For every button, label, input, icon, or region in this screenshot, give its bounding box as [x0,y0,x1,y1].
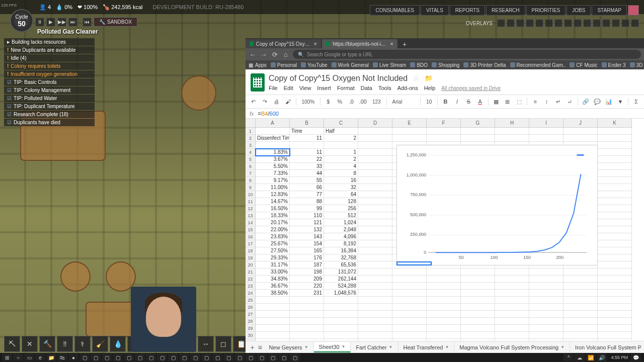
overlay-auto-icon[interactable] [612,19,620,27]
row-header[interactable]: 24 [246,290,256,297]
cell[interactable] [461,325,495,332]
cell[interactable] [564,290,598,297]
cell[interactable] [564,276,598,283]
cell[interactable]: Time [290,128,324,135]
comment-button[interactable]: 💬 [594,97,601,106]
cell[interactable] [461,311,495,318]
app-icon[interactable]: ▢ [257,353,267,361]
chevron-down-icon[interactable]: ▼ [342,344,346,349]
bookmark[interactable]: Live Stream [373,62,406,68]
cell[interactable] [564,325,598,332]
cell[interactable] [495,304,529,311]
cell[interactable] [598,276,632,283]
rotate-button[interactable]: ⤾ [566,97,574,106]
cell[interactable] [290,142,324,149]
cell[interactable] [461,135,495,142]
cell[interactable] [427,276,461,283]
cell[interactable] [358,290,392,297]
overlay-farm-icon[interactable] [583,19,591,27]
row-header[interactable]: 8 [246,177,256,184]
cell[interactable] [358,163,392,170]
chart-button[interactable]: 📊 [605,97,613,106]
overlay-plumbing-icon[interactable] [545,19,553,27]
link-button[interactable]: 🔗 [582,97,590,106]
overlay-exosuit-icon[interactable] [602,19,610,27]
cell[interactable]: 20.17% [256,219,290,226]
row-header[interactable]: 19 [246,254,256,261]
row-header[interactable]: 5 [246,156,256,163]
menu-help[interactable]: Help [424,85,436,91]
cell[interactable]: 154 [290,240,324,247]
cell[interactable] [324,332,358,339]
cell[interactable] [529,325,564,332]
notification[interactable]: Research Complete (18) [4,111,95,118]
cell[interactable] [564,268,598,276]
strike-button[interactable]: S [465,97,472,106]
cell[interactable] [427,332,461,339]
game-menu-consumables[interactable]: CONSUMABLES [370,5,420,16]
row-header[interactable]: 22 [246,276,256,283]
overlay-germs-icon[interactable] [574,19,582,27]
row-header[interactable]: 18 [246,247,256,254]
row-header[interactable]: 27 [246,311,256,318]
menu-tools[interactable]: Tools [378,85,391,91]
cell[interactable] [529,135,564,142]
col-header[interactable]: E [392,119,427,128]
bookmark[interactable]: Ender 3 [602,62,626,68]
formula-bar[interactable]: fx =B4/600 [246,109,644,119]
numfmt-select[interactable]: 123 [371,99,382,105]
cell[interactable] [392,325,427,332]
app-icon[interactable]: ▢ [91,353,101,361]
tool-clear[interactable]: ◻ [215,336,231,352]
merge-button[interactable]: ⬚ [515,97,523,106]
cell[interactable]: 176 [290,254,324,261]
app-icon[interactable]: ▢ [234,353,245,361]
cell[interactable]: Dissenfect Time [256,135,290,142]
cell[interactable] [392,304,427,311]
menu-edit[interactable]: Edit [284,85,293,91]
sheet-tab[interactable]: Magma Volcano Full System Processing ▼ [454,342,570,352]
dec-decrease-button[interactable]: .0 [348,97,355,106]
cycle-badge[interactable]: Cycle 50 [10,9,33,32]
game-menu-extra[interactable] [628,5,639,16]
row-header[interactable]: 25 [246,297,256,304]
taskbar-clock[interactable]: 4:55 PM [611,355,628,360]
cell[interactable]: 1,048,576 [324,290,358,297]
cell[interactable]: 99 [290,205,324,212]
overlay-materials-icon[interactable] [526,19,534,27]
cell[interactable] [598,219,632,226]
cell[interactable] [324,311,358,318]
sheet-tab[interactable]: Sheet30 ▼ [314,342,351,352]
row-header[interactable]: 3 [246,142,256,149]
menu-view[interactable]: View [299,85,311,91]
cell[interactable] [392,318,427,325]
row-header[interactable]: 11 [246,198,256,205]
italic-button[interactable]: I [453,97,461,106]
font-select[interactable]: Arial [391,99,417,105]
cell[interactable]: 33 [290,163,324,170]
tool-cancel[interactable]: ✕ [22,336,38,352]
cell[interactable]: 38.50% [256,290,290,297]
filter-button[interactable]: ▼ [616,97,624,106]
functions-button[interactable]: Σ [632,97,640,106]
cell[interactable] [564,332,598,339]
cell[interactable]: 128 [324,198,358,205]
cell[interactable]: 131,072 [324,268,358,276]
col-header[interactable]: C [324,119,358,128]
cell[interactable] [598,191,632,198]
app-icon[interactable]: ▢ [190,353,200,361]
app-icon[interactable]: ▢ [102,353,112,361]
bookmark[interactable]: Recommended Gam.. [510,62,566,68]
cell[interactable] [392,276,427,283]
cell[interactable] [598,170,632,177]
chevron-down-icon[interactable]: ▼ [389,345,393,349]
cell[interactable]: 16.50% [256,205,290,212]
tool-move[interactable]: ↔ [198,336,214,352]
home-button[interactable]: ⌂ [282,50,290,58]
col-header[interactable]: B [290,119,324,128]
notification[interactable]: Insufficient oxygen generation [4,70,95,78]
cell[interactable] [358,191,392,198]
row-header[interactable]: 1 [246,128,256,135]
cell[interactable]: 23.83% [256,233,290,240]
cell[interactable]: 1 [324,149,358,156]
